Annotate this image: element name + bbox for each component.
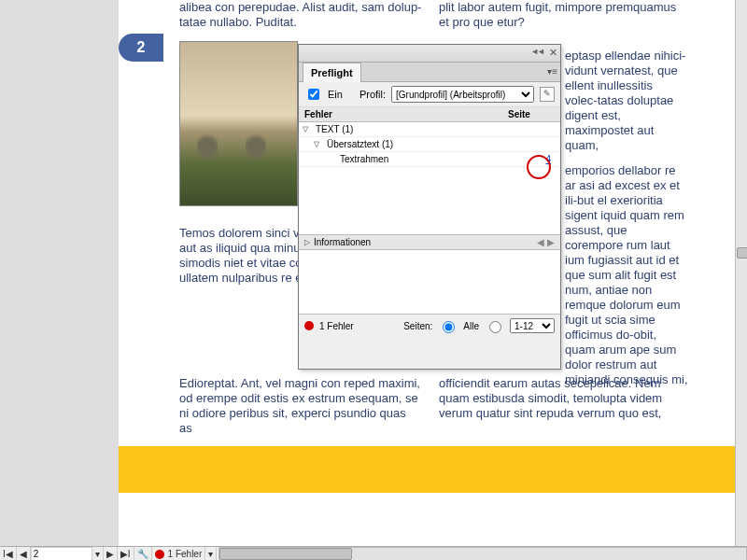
tree-label: Übersatztext (1) <box>327 139 557 149</box>
landscape-photo <box>179 41 298 206</box>
pasteboard-left <box>0 0 119 546</box>
profile-row: Ein Profil: [Grundprofil] (Arbeitsprofil… <box>299 82 560 107</box>
text-block: emporios dellabor re ar asi ad excest ex… <box>565 163 688 387</box>
tab-preflight[interactable]: Preflight <box>303 63 361 82</box>
text-block: Edioreptat. Ant, vel magni con reped max… <box>179 376 422 436</box>
panel-tab-row: Preflight ▾≡ <box>299 63 560 82</box>
text-block: plit labor autem fugit, mimpore premquam… <box>439 0 689 30</box>
first-page-icon[interactable]: I◀ <box>0 547 17 560</box>
open-tool-icon[interactable]: 🔧 <box>134 547 152 560</box>
info-section-header[interactable]: ▷ Informationen ◀ ▶ <box>299 235 560 250</box>
profil-label: Profil: <box>359 89 386 100</box>
text-block: alibea con perepudae. Alist audit, sam d… <box>179 0 422 30</box>
error-count-label: 1 Fehler <box>319 321 354 331</box>
disclosure-triangle-icon[interactable]: ▷ <box>304 238 310 246</box>
error-indicator-icon <box>155 550 164 559</box>
page-number-badge: 2 <box>119 34 163 62</box>
tree-shape <box>246 131 266 163</box>
panel-titlebar[interactable]: ◄◄ ✕ <box>299 45 560 63</box>
radio-range[interactable] <box>489 321 501 333</box>
edit-profile-icon[interactable]: ✎ <box>540 87 555 102</box>
last-page-icon[interactable]: ▶I <box>118 547 134 560</box>
info-content <box>299 250 560 315</box>
prev-page-icon[interactable]: ◀ <box>17 547 31 560</box>
status-bar: I◀ ◀ ▾ ▶ ▶I 🔧 1 Fehler ▾ <box>0 546 747 560</box>
scrollbar-thumb[interactable] <box>737 247 747 259</box>
disclosure-triangle-icon[interactable]: ▽ <box>314 140 319 148</box>
close-icon[interactable]: ✕ <box>549 47 557 59</box>
tree-row-child[interactable]: ▽ Übersatztext (1) <box>299 137 560 152</box>
horizontal-scrollbar[interactable] <box>218 547 747 560</box>
ein-label: Ein <box>328 89 343 100</box>
page-yellow-strip <box>119 446 747 493</box>
tree-row-leaf[interactable]: Textrahmen 4 <box>299 152 560 167</box>
error-tree[interactable]: ▽ TEXT (1) ▽ Übersatztext (1) Textrahmen… <box>299 122 560 235</box>
page-dropdown-icon[interactable]: ▾ <box>92 547 104 560</box>
seiten-label: Seiten: <box>403 321 432 331</box>
preflight-panel: ◄◄ ✕ Preflight ▾≡ Ein Profil: [Grundprof… <box>298 44 561 370</box>
radio-alle[interactable] <box>443 321 455 333</box>
tree-shape <box>197 131 218 163</box>
info-label: Informationen <box>314 237 371 247</box>
next-page-icon[interactable]: ▶ <box>104 547 118 560</box>
text-block: eptasp ellendae nihici-vidunt vernatest,… <box>565 49 688 153</box>
vertical-scrollbar[interactable] <box>735 0 747 546</box>
page-number-input[interactable] <box>31 547 92 560</box>
error-list-header: Fehler Seite <box>299 107 560 122</box>
profil-select[interactable]: [Grundprofil] (Arbeitsprofil) <box>391 86 534 103</box>
tree-row-root[interactable]: ▽ TEXT (1) <box>299 122 560 137</box>
status-dropdown-icon[interactable]: ▾ <box>205 547 217 560</box>
nav-next-icon[interactable]: ▶ <box>547 237 555 247</box>
document-workspace: 2 alibea con perepudae. Alist audit, sam… <box>0 0 747 546</box>
tree-label: TEXT (1) <box>316 124 557 134</box>
error-indicator-icon <box>304 321 314 330</box>
tree-label: Textrahmen <box>340 154 523 164</box>
alle-label: Alle <box>463 321 479 331</box>
panel-menu-icon[interactable]: ▾≡ <box>547 66 557 77</box>
panel-footer: 1 Fehler Seiten: Alle 1-12 <box>299 315 560 337</box>
ein-checkbox[interactable] <box>308 89 319 100</box>
scrollbar-thumb[interactable] <box>219 548 352 560</box>
header-fehler: Fehler <box>299 107 502 121</box>
statusbar-error-label: 1 Fehler <box>168 549 203 559</box>
nav-prev-icon[interactable]: ◀ <box>537 237 544 247</box>
header-seite: Seite <box>502 107 560 121</box>
page-range-select[interactable]: 1-12 <box>510 318 555 333</box>
disclosure-triangle-icon[interactable]: ▽ <box>303 125 308 133</box>
collapse-icon[interactable]: ◄◄ <box>530 47 543 56</box>
text-block: officiendit earum autas secepelicae. Nem… <box>439 376 689 421</box>
annotation-circle <box>527 155 551 179</box>
